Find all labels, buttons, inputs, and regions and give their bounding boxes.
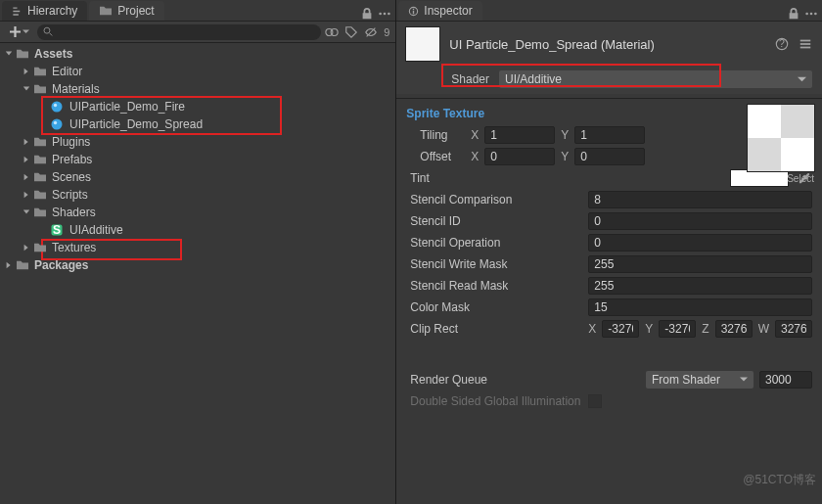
folder-icon [33, 136, 47, 148]
filter-by-label-icon[interactable] [344, 25, 358, 39]
svg-point-9 [54, 121, 57, 124]
offset-y-input[interactable] [574, 148, 645, 165]
stencil-read-mask-input[interactable] [588, 277, 812, 295]
tree-assets[interactable]: Assets [0, 45, 395, 63]
material-preview[interactable] [406, 27, 439, 61]
render-queue-mode-dropdown[interactable]: From Shader [646, 371, 754, 389]
folder-icon [33, 83, 47, 95]
stencil-write-mask-input[interactable] [588, 255, 812, 273]
tree-packages[interactable]: Packages [0, 256, 395, 274]
dsgi-row: Double Sided Global Illumination [396, 390, 822, 412]
project-panel: Hierarchy Project 9 [0, 0, 396, 504]
svg-point-17 [814, 13, 817, 16]
project-search[interactable] [37, 24, 321, 40]
search-input[interactable] [54, 26, 316, 38]
stencil-id-input[interactable] [588, 212, 812, 230]
tree-materials[interactable]: Materials [0, 80, 395, 98]
preset-icon[interactable] [799, 37, 812, 51]
svg-point-3 [44, 27, 50, 33]
folder-icon [33, 66, 47, 77]
folder-icon [33, 189, 47, 201]
chevron-right-icon [23, 156, 30, 163]
project-tree: Assets Editor Materials UIParticle_Demo_… [0, 43, 395, 504]
clip-w-input[interactable] [775, 320, 812, 338]
svg-point-2 [388, 13, 390, 16]
tree-textures[interactable]: Textures [0, 239, 395, 256]
tree-shaders[interactable]: Shaders [0, 204, 395, 221]
filter-by-type-icon[interactable] [325, 25, 339, 39]
chevron-right-icon [23, 68, 30, 75]
chevron-down-icon [23, 85, 30, 93]
right-tab-bar: Inspector [396, 0, 822, 22]
tiling-y-input[interactable] [574, 126, 645, 144]
tree-material-spread[interactable]: UIParticle_Demo_Spread [0, 115, 395, 133]
tree-editor[interactable]: Editor [0, 63, 395, 80]
svg-point-8 [52, 119, 63, 130]
svg-rect-22 [800, 47, 811, 49]
tree-material-fire[interactable]: UIParticle_Demo_Fire [0, 98, 395, 115]
svg-point-7 [54, 104, 57, 107]
hidden-count: 9 [384, 26, 389, 38]
folder-icon [99, 5, 113, 17]
clip-rect-row: Clip Rect X Y Z W [396, 318, 822, 340]
help-icon[interactable]: ? [775, 37, 789, 51]
render-queue-value-input[interactable] [759, 371, 812, 389]
add-button[interactable] [6, 25, 33, 38]
svg-text:S: S [53, 224, 61, 236]
tree-scripts[interactable]: Scripts [0, 186, 395, 204]
svg-point-16 [810, 13, 813, 16]
svg-point-15 [805, 13, 808, 16]
dsgi-checkbox[interactable] [588, 394, 602, 408]
clip-y-input[interactable] [659, 320, 696, 338]
tiling-x-input[interactable] [484, 126, 555, 144]
lock-icon[interactable] [360, 7, 374, 21]
folder-icon [16, 259, 29, 271]
render-queue-row: Render Queue From Shader [396, 369, 822, 390]
offset-x-input[interactable] [484, 148, 555, 165]
material-icon [51, 118, 63, 130]
stencil-operation-input[interactable] [588, 234, 812, 252]
clip-x-input[interactable] [602, 320, 639, 338]
stencil-comparison-input[interactable] [588, 191, 812, 208]
left-tab-bar: Hierarchy Project [0, 0, 395, 22]
tab-inspector[interactable]: Inspector [398, 1, 481, 21]
inspector-icon [408, 6, 419, 17]
tree-plugins[interactable]: Plugins [0, 133, 395, 151]
svg-point-5 [331, 28, 338, 35]
window-menu-icon[interactable] [378, 7, 391, 21]
watermark-text: @51CTO博客 [743, 472, 816, 488]
folder-icon [33, 242, 47, 253]
svg-point-1 [384, 13, 387, 16]
shader-dropdown[interactable]: UI/Additive [499, 70, 812, 88]
svg-rect-13 [413, 8, 414, 9]
folder-icon [33, 171, 47, 183]
chevron-down-icon [740, 376, 748, 384]
chevron-right-icon [23, 173, 30, 181]
folder-icon [33, 154, 47, 165]
hidden-visibility-icon[interactable] [364, 25, 378, 39]
tree-scenes[interactable]: Scenes [0, 168, 395, 186]
color-mask-input[interactable] [588, 298, 812, 316]
shader-icon: S [51, 224, 63, 236]
shader-row: Shader UI/Additive [396, 67, 822, 94]
tab-project[interactable]: Project [89, 1, 163, 21]
folder-icon [16, 48, 29, 60]
texture-select-button[interactable]: Select [748, 173, 814, 184]
inspector-panel: Inspector UI Particle_Demo_Spread (Mater… [396, 0, 822, 504]
chevron-down-icon [798, 75, 806, 84]
svg-rect-21 [800, 43, 811, 45]
window-menu-icon[interactable] [804, 7, 818, 21]
lock-icon[interactable] [787, 7, 800, 21]
tab-label: Hierarchy [27, 4, 77, 18]
chevron-down-icon [23, 208, 30, 216]
search-icon [43, 26, 54, 37]
tab-hierarchy[interactable]: Hierarchy [2, 1, 87, 21]
svg-point-6 [52, 102, 63, 113]
texture-slot[interactable] [748, 105, 814, 171]
material-icon [51, 101, 63, 113]
tree-shader-uiadditive[interactable]: S UIAdditive [0, 221, 395, 239]
tree-prefabs[interactable]: Prefabs [0, 151, 395, 168]
svg-point-0 [380, 13, 383, 16]
svg-rect-14 [413, 10, 414, 13]
clip-z-input[interactable] [715, 320, 753, 338]
